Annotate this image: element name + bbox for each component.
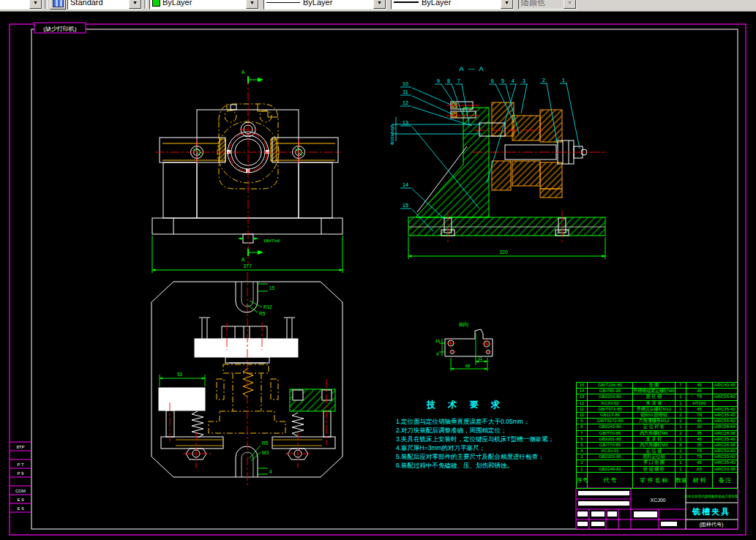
svg-text:14: 14 xyxy=(403,182,408,187)
table-row: 9GB/T6172-86六角薄螺母M12245HRC55-60 xyxy=(577,419,737,424)
svg-text:8: 8 xyxy=(447,78,450,83)
text-style-value: Standard xyxy=(70,0,103,7)
organization-name: 郑州大学现代远程教育机电工程学院 xyxy=(684,494,738,499)
svg-text:15: 15 xyxy=(403,203,408,208)
linetype-combo[interactable]: ByLayer ▼ xyxy=(263,0,386,10)
color-value: ByLayer xyxy=(162,0,192,7)
svg-text:9: 9 xyxy=(437,78,440,83)
plan-dim-53: 53 xyxy=(177,372,183,377)
lineweight-value: ByLayer xyxy=(422,0,451,7)
chevron-down-icon: ▼ xyxy=(564,0,576,9)
svg-text:7: 7 xyxy=(457,78,460,83)
toolbar: 5 ▼ Standard ▼ ByLayer ▼ ByLayer ▼ ByLay… xyxy=(0,0,756,12)
tech-req-item: 1.定位面与定位销轴垂直度误差不大于0.05mm； xyxy=(396,417,580,426)
svg-text:M3: M3 xyxy=(262,450,269,455)
svg-text:10: 10 xyxy=(403,81,408,86)
technical-requirements: 技 术 要 求 1.定位面与定位销轴垂直度误差不大于0.05mm； 2.对刀块装… xyxy=(396,399,580,470)
table-row: 4XCJU-01定 位 键2T8HRC50-60 xyxy=(577,449,737,454)
table-row: 15GB/T206-80垫 圈745HRC40-45 xyxy=(577,383,737,389)
svg-text:R5: R5 xyxy=(259,311,266,316)
table-row: 13GB2203-80圆 柱 销1T8HRC55-60 xyxy=(577,394,737,400)
parts-list-table: 15GB/T206-80垫 圈745HRC40-45 14GB/T85-95开槽… xyxy=(576,382,738,489)
svg-text:5: 5 xyxy=(501,78,504,83)
svg-text:6: 6 xyxy=(491,78,494,83)
drawing-title: 铣槽夹具 xyxy=(692,507,730,517)
svg-text:4: 4 xyxy=(269,469,272,474)
svg-text:R12: R12 xyxy=(263,304,272,310)
toolbar-separator xyxy=(144,0,147,9)
section-dim-320: 320 xyxy=(499,250,508,255)
table-row: 12XCJU-02夹 具 体1HT200 xyxy=(577,401,737,407)
layer-combo[interactable]: 5 ▼ xyxy=(0,0,42,10)
plotstyle-combo: 随颜色 ▼ xyxy=(518,0,577,10)
table-row: 8GB2243-80定 位 衬 套120HRC58-64 xyxy=(577,424,737,430)
chevron-down-icon[interactable]: ▼ xyxy=(373,0,386,9)
title-block: XCJ00 郑州大学现代远程教育机电工程学院 铣槽夹具 (图样代号) xyxy=(576,488,738,529)
svg-text:4: 4 xyxy=(512,78,514,83)
svg-text:15: 15 xyxy=(269,285,275,290)
linetype-value: ByLayer xyxy=(303,0,332,7)
style-icon xyxy=(53,0,64,7)
table-row: 3GB2203-80圆柱定位销1T8HRC55-60 xyxy=(577,454,737,460)
section-dim-pin: Φ10H6/g5 xyxy=(390,124,394,145)
table-header-row: 序号代 号零 件 名 称数量材 料备 注 xyxy=(577,473,737,488)
plotstyle-value: 随颜色 xyxy=(521,0,545,8)
svg-text:8TP: 8TP xyxy=(16,445,24,449)
detail-view-title: B向 xyxy=(459,321,468,328)
svg-text:1: 1 xyxy=(562,78,565,83)
text-style-combo[interactable]: Standard ▼ xyxy=(67,0,142,10)
svg-text:P 9: P 9 xyxy=(18,471,25,476)
table-row: 2开 口 垫 圈145HRC35-40 xyxy=(577,460,737,466)
svg-text:E 9: E 9 xyxy=(17,506,24,511)
tech-req-item: 2.对刀块装配后调整准确，周围精定位； xyxy=(396,426,580,435)
detail-dim-11: 11 xyxy=(478,356,483,361)
lineweight-combo[interactable]: ByLayer ▼ xyxy=(391,0,514,10)
detail-dim-68: 68 xyxy=(465,364,471,368)
toolbar-separator xyxy=(45,0,48,9)
table-row: 11GB/T971-85开槽沉头螺钉M12145HRC35-40 xyxy=(577,407,737,413)
color-combo[interactable]: ByLayer ▼ xyxy=(149,0,259,10)
section-label-a-bottom: A xyxy=(242,257,245,262)
chevron-down-icon[interactable]: ▼ xyxy=(129,0,141,9)
section-label-a-top: A xyxy=(242,70,245,75)
table-row: 10GB117-86销B50 圆锥销2T8HRC35-40 xyxy=(577,413,737,419)
svg-text:16: 16 xyxy=(435,339,441,343)
table-row: 14GB/T85-95开槽锥端紧定螺钉M645 xyxy=(577,389,737,394)
front-dim-377: 377 xyxy=(243,263,252,269)
tech-req-item: 3.夹具在铣床上安装时，定位键应与机床T型槽一侧靠紧； xyxy=(396,435,580,443)
table-row: 6GB2201-80支 承 钉145HRC35-40 xyxy=(577,437,737,443)
plot-warning-label: (缺少打印机) xyxy=(43,26,77,32)
tech-req-item: 6.装配过程中不免磕碰、压、划伤和锈蚀。 xyxy=(396,461,580,470)
chevron-down-icon[interactable]: ▼ xyxy=(246,0,258,9)
table-row: 7GB/T70-85内六角螺钉M6235HRC28-38 xyxy=(577,431,737,437)
chevron-down-icon[interactable]: ▼ xyxy=(501,0,513,9)
tech-req-title: 技 术 要 求 xyxy=(427,399,580,411)
svg-text:2: 2 xyxy=(542,78,545,83)
chevron-down-icon[interactable]: ▼ xyxy=(29,0,42,9)
svg-text:12: 12 xyxy=(403,100,408,105)
table-row: 5GB/T70-85内六角螺钉M3835HRC28-38 xyxy=(577,443,737,449)
color-swatch-icon xyxy=(152,0,160,7)
drawing-code: XCJ00 xyxy=(650,498,665,503)
svg-text:3: 3 xyxy=(523,78,525,83)
svg-text:E 9: E 9 xyxy=(17,498,24,502)
svg-text:COM: COM xyxy=(15,489,26,493)
section-view-title: A — A xyxy=(459,65,484,72)
tech-req-item: 4.塞尺厚H=3mm的对刀平塞尺； xyxy=(396,443,580,452)
application-window: { "toolbar": { "combo_partial": "5", "st… xyxy=(0,0,756,540)
text-style-button[interactable] xyxy=(50,0,66,10)
doc-code-label: (图样代号) xyxy=(700,522,724,528)
tech-req-item: 5.装配后应对零部件的主要尺寸及配合精度进行检查； xyxy=(396,452,580,461)
svg-text:R5: R5 xyxy=(262,440,269,446)
front-dim-slot: 18H7/n6 xyxy=(263,239,280,243)
svg-text:P T: P T xyxy=(17,462,23,467)
table-row: 1GB2249-81铰 链 螺 栓1A5HRC33-38 xyxy=(577,467,737,473)
svg-text:11: 11 xyxy=(403,89,408,94)
lineweight-icon xyxy=(394,1,419,3)
linetype-icon xyxy=(266,2,300,3)
